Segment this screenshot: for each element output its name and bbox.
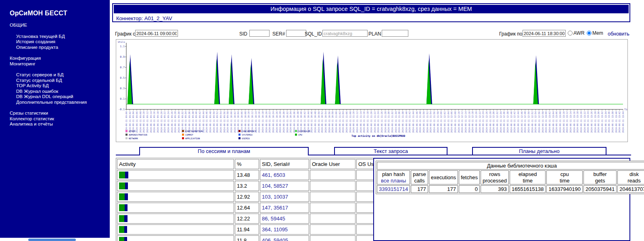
userio-bar-segment — [125, 172, 128, 178]
svg-text:0.7: 0.7 — [120, 66, 125, 69]
svg-text:Utils: Utils — [118, 40, 125, 43]
cpu-bar-segment — [119, 204, 125, 211]
horizontal-scrollbar-thumb[interactable] — [28, 239, 76, 241]
tab-baseline — [447, 155, 472, 155]
tab-1[interactable]: По сессиям и планам — [139, 147, 309, 155]
svg-text:Time: Time — [624, 108, 627, 111]
sidebar-item[interactable]: Срезы статистики — [0, 111, 110, 116]
cpu-bar-segment — [119, 237, 124, 241]
to-input[interactable] — [523, 30, 566, 37]
svg-text:2024-06-11 13:28: 2024-06-11 13:28 — [594, 111, 596, 133]
svg-text:2024-06-11 09:18: 2024-06-11 09:18 — [157, 111, 159, 133]
from-input[interactable] — [135, 30, 178, 37]
radio-mem-input[interactable] — [587, 31, 592, 36]
sidebar-item[interactable]: TOP Activity БД — [0, 83, 110, 89]
refresh-link[interactable]: обновить — [608, 31, 629, 37]
svg-text:Top activity on db[Oracle]BOSS: Top activity on db[Oracle]BOSSPROD — [351, 134, 405, 138]
svg-text:2024-06-11 09:10: 2024-06-11 09:10 — [142, 111, 145, 133]
svg-text:CONCURRENCY: CONCURRENCY — [242, 130, 257, 132]
activity-bar-cell — [117, 203, 234, 213]
svg-text:2024-06-11 11:10: 2024-06-11 11:10 — [352, 111, 355, 133]
svg-text:CPU: CPU — [298, 134, 302, 136]
table-row: 13.2104, 58527 — [117, 181, 391, 191]
sidebar-item[interactable]: Дополнительные представления — [0, 100, 110, 105]
plan-hash-link[interactable]: 3393151714 — [379, 186, 408, 192]
svg-text:2024-06-11 11:08: 2024-06-11 11:08 — [349, 111, 351, 133]
sidebar-item[interactable]: DB Журнал DDL операций — [0, 94, 110, 100]
svg-text:2024-06-11 10:16: 2024-06-11 10:16 — [258, 111, 260, 133]
sidebar-item[interactable]: Мониторинг — [0, 61, 110, 67]
sid-serial-link[interactable]: 461, 6503 — [262, 172, 285, 178]
plan-input[interactable] — [382, 30, 408, 37]
sid-serial-link[interactable]: 104, 58527 — [262, 183, 288, 189]
sid-serial-cell: 103, 10037 — [260, 192, 309, 202]
sid-serial-link[interactable]: 406, 59405 — [262, 237, 288, 241]
svg-text:2024-06-11 11:40: 2024-06-11 11:40 — [405, 111, 408, 133]
sidebar-item[interactable]: Коллектор статистик — [0, 116, 110, 122]
svg-text:CONFIGURATION: CONFIGURATION — [185, 130, 203, 132]
svg-text:2024-06-11 13:02: 2024-06-11 13:02 — [548, 111, 551, 133]
svg-text:2024-06-11 12:30: 2024-06-11 12:30 — [492, 111, 495, 133]
from-label: График с — [115, 31, 135, 37]
sqlid-input[interactable] — [322, 30, 368, 37]
sid-serial-link[interactable]: 364, 11095 — [262, 226, 288, 233]
sidebar-item[interactable]: Конфигурация — [0, 56, 110, 61]
sid-serial-link[interactable]: 147, 35617 — [262, 205, 288, 211]
all-plans-link[interactable]: все планы — [381, 178, 406, 184]
svg-text:2024-06-11 10:02: 2024-06-11 10:02 — [234, 111, 236, 133]
svg-text:2024-06-11 09:54: 2024-06-11 09:54 — [220, 111, 222, 133]
ser-input[interactable] — [286, 30, 306, 37]
svg-text:2024-06-11 11:24: 2024-06-11 11:24 — [377, 111, 379, 133]
table-row: 13.48461, 6503 — [117, 170, 391, 180]
svg-text:2024-06-11 11:02: 2024-06-11 11:02 — [339, 111, 341, 133]
table-row: 11.8406, 59405 — [117, 235, 391, 241]
svg-text:2024-06-11 13:40: 2024-06-11 13:40 — [615, 111, 617, 133]
svg-text:2024-06-11 10:48: 2024-06-11 10:48 — [314, 111, 316, 133]
svg-text:2024-06-11 09:28: 2024-06-11 09:28 — [174, 111, 176, 133]
svg-text:2024-06-11 12:04: 2024-06-11 12:04 — [447, 111, 450, 133]
radio-awr-input[interactable] — [568, 31, 573, 36]
oracle-user-cell — [310, 170, 355, 180]
tab-2[interactable]: Текст запроса — [334, 147, 447, 155]
lib-value-cell: 2050375941 — [583, 185, 617, 193]
sidebar-item[interactable]: Аналитика и отчёты — [0, 122, 110, 127]
library-cache-title: Данные библиотечного кэша — [377, 162, 644, 170]
activity-bar — [119, 172, 232, 178]
percent-cell: 11.8 — [235, 235, 259, 241]
lib-value-cell: 0 — [459, 185, 480, 193]
svg-text:2024-06-11 12:44: 2024-06-11 12:44 — [517, 111, 519, 133]
percent-cell: 11.94 — [235, 224, 259, 235]
sidebar-item[interactable]: Установка текущей БД — [0, 34, 110, 40]
sid-serial-link[interactable]: 86, 59445 — [262, 216, 285, 222]
svg-text:2024-06-11 10:22: 2024-06-11 10:22 — [268, 111, 271, 133]
sidebar-item[interactable]: Описание продукта — [0, 45, 110, 50]
svg-text:2024-06-11 10:52: 2024-06-11 10:52 — [321, 111, 323, 133]
radio-mem[interactable]: Mem — [587, 30, 603, 36]
tab-baseline — [606, 155, 631, 155]
svg-text:2024-06-11 09:08: 2024-06-11 09:08 — [139, 111, 142, 133]
svg-text:2024-06-11 09:34: 2024-06-11 09:34 — [184, 111, 187, 133]
svg-text:2024-06-11 09:58: 2024-06-11 09:58 — [226, 111, 229, 133]
radio-awr[interactable]: AWR — [568, 30, 585, 36]
activity-bar — [119, 182, 232, 189]
activity-bar-cell — [117, 170, 234, 180]
svg-text:-0.1: -0.1 — [118, 108, 125, 111]
svg-text:2024-06-11 12:22: 2024-06-11 12:22 — [479, 111, 481, 133]
sidebar-item[interactable]: ОБЩИЕ — [0, 23, 110, 28]
svg-text:2024-06-11 11:46: 2024-06-11 11:46 — [416, 111, 418, 133]
library-cache-panel: Данные библиотечного кэшаplan hashвсе пл… — [373, 158, 630, 241]
sidebar-item[interactable]: DB Журнал ошибок — [0, 89, 110, 94]
sidebar-item[interactable]: История создания — [0, 39, 110, 45]
sidebar-item[interactable]: Статус серверов и БД — [0, 72, 110, 78]
sid-serial-link[interactable]: 103, 10037 — [262, 194, 288, 200]
lib-header-text: calls — [414, 178, 425, 184]
userio-bar-segment — [124, 237, 127, 241]
tab-3[interactable]: Планы детально — [472, 147, 606, 155]
toolbar: График с SID SER# SQL_ID PLAN График по … — [112, 29, 631, 38]
svg-text:2024-06-11 12:54: 2024-06-11 12:54 — [534, 111, 537, 133]
svg-text:2024-06-11 13:14: 2024-06-11 13:14 — [569, 111, 572, 133]
sidebar-item[interactable]: Статус отдельной БД — [0, 78, 110, 84]
svg-text:2024-06-11 11:18: 2024-06-11 11:18 — [366, 111, 369, 133]
sid-input[interactable] — [249, 30, 270, 37]
svg-text:2024-06-11 13:08: 2024-06-11 13:08 — [559, 111, 561, 133]
